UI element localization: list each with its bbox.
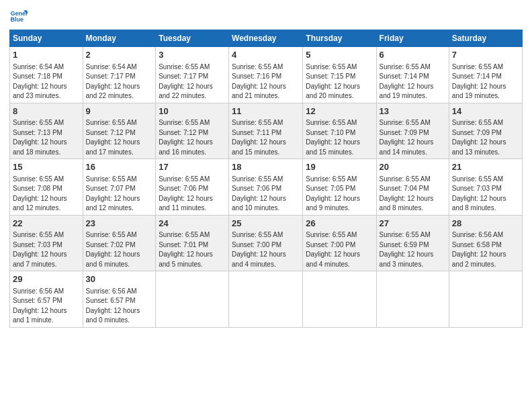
calendar-cell: 9Sunrise: 6:55 AM Sunset: 7:12 PM Daylig… [83,103,156,159]
day-number: 11 [232,105,300,118]
calendar-cell [376,271,449,328]
day-number: 7 [452,49,519,61]
calendar-cell: 1Sunrise: 6:54 AM Sunset: 7:18 PM Daylig… [10,47,83,103]
day-number: 21 [452,161,519,173]
day-info: Sunrise: 6:55 AM Sunset: 7:03 PM Dayligh… [452,175,506,212]
day-number: 28 [452,218,519,230]
calendar-cell: 8Sunrise: 6:55 AM Sunset: 7:13 PM Daylig… [10,103,83,159]
day-number: 14 [452,105,519,118]
day-number: 30 [86,273,153,285]
logo-icon: General Blue [9,7,28,26]
calendar-table: SundayMondayTuesdayWednesdayThursdayFrid… [9,30,523,328]
calendar-cell: 14Sunrise: 6:55 AM Sunset: 7:09 PM Dayli… [449,103,522,159]
col-header-monday: Monday [83,30,156,47]
calendar-cell: 22Sunrise: 6:55 AM Sunset: 7:03 PM Dayli… [10,215,83,271]
calendar-cell: 15Sunrise: 6:55 AM Sunset: 7:08 PM Dayli… [10,159,83,216]
calendar-cell: 27Sunrise: 6:55 AM Sunset: 6:59 PM Dayli… [376,215,449,271]
calendar-cell: 3Sunrise: 6:55 AM Sunset: 7:17 PM Daylig… [156,47,229,103]
day-number: 22 [13,218,80,230]
calendar-cell: 2Sunrise: 6:54 AM Sunset: 7:17 PM Daylig… [83,47,156,103]
calendar-cell [229,271,303,328]
col-header-tuesday: Tuesday [156,30,229,47]
day-info: Sunrise: 6:55 AM Sunset: 7:10 PM Dayligh… [306,119,360,156]
day-info: Sunrise: 6:55 AM Sunset: 7:09 PM Dayligh… [452,119,506,156]
calendar-cell: 18Sunrise: 6:55 AM Sunset: 7:06 PM Dayli… [229,159,303,216]
day-number: 5 [306,49,373,61]
calendar-cell: 12Sunrise: 6:55 AM Sunset: 7:10 PM Dayli… [303,103,376,159]
day-number: 9 [86,105,153,118]
calendar-cell: 5Sunrise: 6:55 AM Sunset: 7:15 PM Daylig… [303,47,376,103]
day-info: Sunrise: 6:55 AM Sunset: 7:04 PM Dayligh… [380,175,434,212]
calendar-cell: 23Sunrise: 6:55 AM Sunset: 7:02 PM Dayli… [83,215,156,271]
calendar-cell: 20Sunrise: 6:55 AM Sunset: 7:04 PM Dayli… [376,159,449,216]
header: General Blue [9,7,523,26]
calendar-cell [303,271,376,328]
day-number: 16 [86,161,153,173]
day-number: 4 [232,49,300,61]
logo: General Blue [9,7,31,26]
col-header-saturday: Saturday [449,30,522,47]
calendar-cell: 11Sunrise: 6:55 AM Sunset: 7:11 PM Dayli… [229,103,303,159]
week-row-5: 29Sunrise: 6:56 AM Sunset: 6:57 PM Dayli… [10,271,523,328]
col-header-wednesday: Wednesday [229,30,303,47]
day-number: 29 [13,273,80,285]
day-number: 27 [380,218,446,230]
day-number: 20 [380,161,446,173]
week-row-2: 8Sunrise: 6:55 AM Sunset: 7:13 PM Daylig… [10,103,523,159]
week-row-1: 1Sunrise: 6:54 AM Sunset: 7:18 PM Daylig… [10,47,523,103]
day-info: Sunrise: 6:54 AM Sunset: 7:18 PM Dayligh… [13,63,67,100]
day-info: Sunrise: 6:56 AM Sunset: 6:57 PM Dayligh… [13,287,67,324]
col-header-thursday: Thursday [303,30,376,47]
calendar-cell: 24Sunrise: 6:55 AM Sunset: 7:01 PM Dayli… [156,215,229,271]
day-number: 10 [159,105,226,118]
day-info: Sunrise: 6:56 AM Sunset: 6:58 PM Dayligh… [452,231,506,268]
day-number: 15 [13,161,80,173]
calendar-cell: 26Sunrise: 6:55 AM Sunset: 7:00 PM Dayli… [303,215,376,271]
day-info: Sunrise: 6:55 AM Sunset: 7:17 PM Dayligh… [159,63,213,100]
day-info: Sunrise: 6:55 AM Sunset: 6:59 PM Dayligh… [380,231,434,268]
calendar-cell: 16Sunrise: 6:55 AM Sunset: 7:07 PM Dayli… [83,159,156,216]
calendar-cell: 6Sunrise: 6:55 AM Sunset: 7:14 PM Daylig… [376,47,449,103]
day-info: Sunrise: 6:56 AM Sunset: 6:57 PM Dayligh… [86,287,140,324]
calendar-cell: 25Sunrise: 6:55 AM Sunset: 7:00 PM Dayli… [229,215,303,271]
day-number: 6 [380,49,446,61]
day-info: Sunrise: 6:55 AM Sunset: 7:13 PM Dayligh… [13,119,67,156]
day-number: 25 [232,218,300,230]
day-info: Sunrise: 6:55 AM Sunset: 7:00 PM Dayligh… [232,231,286,268]
col-header-sunday: Sunday [10,30,83,47]
calendar-cell: 10Sunrise: 6:55 AM Sunset: 7:12 PM Dayli… [156,103,229,159]
calendar-cell: 19Sunrise: 6:55 AM Sunset: 7:05 PM Dayli… [303,159,376,216]
calendar-cell: 28Sunrise: 6:56 AM Sunset: 6:58 PM Dayli… [449,215,522,271]
day-info: Sunrise: 6:55 AM Sunset: 7:11 PM Dayligh… [232,119,286,156]
day-number: 17 [159,161,226,173]
day-info: Sunrise: 6:55 AM Sunset: 7:12 PM Dayligh… [159,119,213,156]
day-info: Sunrise: 6:55 AM Sunset: 7:07 PM Dayligh… [86,175,140,212]
header-row: SundayMondayTuesdayWednesdayThursdayFrid… [10,30,523,47]
day-number: 3 [159,49,226,61]
day-info: Sunrise: 6:55 AM Sunset: 7:16 PM Dayligh… [232,63,286,100]
day-info: Sunrise: 6:55 AM Sunset: 7:06 PM Dayligh… [232,175,286,212]
calendar-cell [156,271,229,328]
day-info: Sunrise: 6:55 AM Sunset: 7:14 PM Dayligh… [452,63,506,100]
calendar-cell [449,271,522,328]
day-number: 18 [232,161,300,173]
calendar-cell: 21Sunrise: 6:55 AM Sunset: 7:03 PM Dayli… [449,159,522,216]
week-row-3: 15Sunrise: 6:55 AM Sunset: 7:08 PM Dayli… [10,159,523,216]
day-number: 1 [13,49,80,61]
day-number: 8 [13,105,80,118]
day-info: Sunrise: 6:55 AM Sunset: 7:02 PM Dayligh… [86,231,140,268]
day-info: Sunrise: 6:54 AM Sunset: 7:17 PM Dayligh… [86,63,140,100]
calendar-cell: 30Sunrise: 6:56 AM Sunset: 6:57 PM Dayli… [83,271,156,328]
day-number: 12 [306,105,373,118]
svg-text:Blue: Blue [10,16,24,23]
day-info: Sunrise: 6:55 AM Sunset: 7:15 PM Dayligh… [306,63,360,100]
day-info: Sunrise: 6:55 AM Sunset: 7:06 PM Dayligh… [159,175,213,212]
day-number: 26 [306,218,373,230]
day-info: Sunrise: 6:55 AM Sunset: 7:01 PM Dayligh… [159,231,213,268]
day-number: 2 [86,49,153,61]
page-container: General Blue SundayMondayTuesdayWednesda… [0,0,532,332]
day-info: Sunrise: 6:55 AM Sunset: 7:03 PM Dayligh… [13,231,67,268]
day-number: 24 [159,218,226,230]
day-info: Sunrise: 6:55 AM Sunset: 7:08 PM Dayligh… [13,175,67,212]
calendar-cell: 29Sunrise: 6:56 AM Sunset: 6:57 PM Dayli… [10,271,83,328]
